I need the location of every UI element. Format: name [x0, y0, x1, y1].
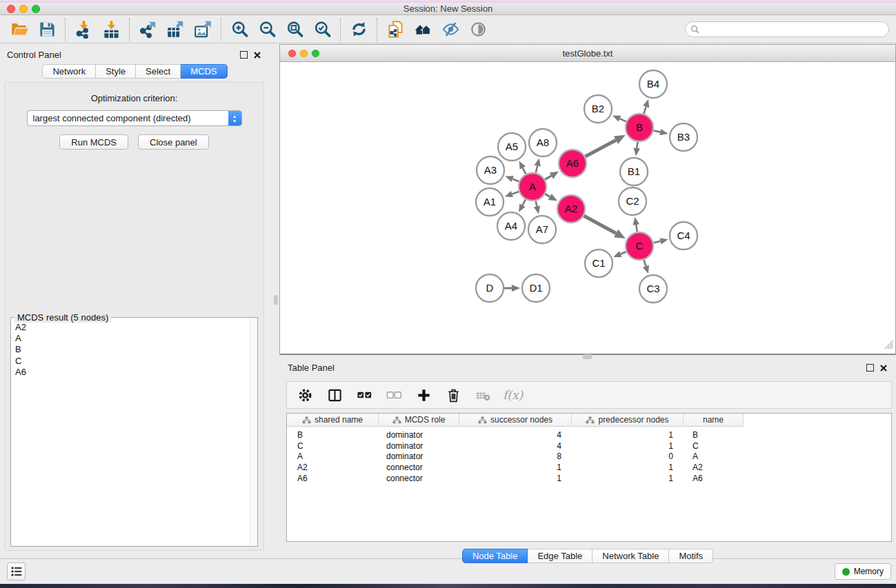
- column-header-name[interactable]: name: [684, 414, 744, 427]
- table-row[interactable]: A6connector11A6: [287, 473, 891, 484]
- column-header-MCDS-role[interactable]: MCDS role: [379, 414, 459, 427]
- import-table-button[interactable]: [100, 19, 122, 41]
- graph-node-C2[interactable]: C2: [619, 187, 646, 215]
- mcds-panel: Optimization criterion: largest connecte…: [4, 82, 264, 551]
- graph-node-B1[interactable]: B1: [620, 158, 648, 185]
- column-header-successor-nodes[interactable]: successor nodes: [459, 414, 572, 427]
- table-row[interactable]: Cdominator41C: [287, 440, 891, 452]
- graph-node-C1[interactable]: C1: [585, 250, 613, 277]
- table-row[interactable]: A2connector11A2: [287, 462, 891, 473]
- graph-node-A[interactable]: A: [519, 173, 546, 201]
- zoom-selected-button[interactable]: [311, 19, 333, 41]
- graph-arrowhead: [505, 191, 513, 197]
- clone-network-button[interactable]: [384, 19, 406, 41]
- show-panels-button[interactable]: [7, 562, 26, 580]
- delete-column-button[interactable]: [444, 385, 463, 405]
- graph-node-A3[interactable]: A3: [477, 156, 504, 184]
- control-panel: Control Panel NetworkStyleSelectMCDS Opt…: [0, 44, 270, 558]
- graph-node-A8[interactable]: A8: [529, 129, 557, 156]
- run-mcds-button[interactable]: Run MCDS: [59, 134, 128, 150]
- gear-icon: [297, 387, 313, 403]
- float-table-panel-icon[interactable]: [866, 364, 874, 372]
- show-hidden-button[interactable]: [467, 19, 489, 41]
- graph-node-A2[interactable]: A2: [557, 195, 585, 223]
- close-table-panel-icon[interactable]: [879, 364, 888, 372]
- panel-splitter-handle[interactable]: [274, 295, 278, 305]
- close-panel-button[interactable]: Close panel: [138, 134, 209, 150]
- table-row[interactable]: Adominator80A: [287, 452, 891, 463]
- graph-node-D1[interactable]: D1: [522, 274, 550, 302]
- graph-node-C3[interactable]: C3: [639, 275, 667, 303]
- result-item[interactable]: B: [15, 344, 257, 355]
- export-table-button[interactable]: [164, 19, 186, 41]
- memory-button[interactable]: Memory: [835, 563, 891, 580]
- result-scrollbar[interactable]: [250, 318, 257, 546]
- export-network-button[interactable]: [137, 19, 159, 41]
- create-column-button[interactable]: [414, 385, 433, 405]
- graph-node-C[interactable]: C: [626, 232, 653, 260]
- search-input[interactable]: [702, 23, 888, 36]
- select-all-columns-button[interactable]: [355, 385, 374, 405]
- graph-node-B3[interactable]: B3: [670, 123, 697, 151]
- tab-edge-table[interactable]: Edge Table: [528, 549, 593, 563]
- zoom-out-button[interactable]: [256, 19, 278, 41]
- tab-select[interactable]: Select: [136, 64, 181, 79]
- graph-node-A1[interactable]: A1: [476, 188, 504, 216]
- refresh-view-button[interactable]: [348, 19, 370, 41]
- zoom-in-button[interactable]: [228, 19, 250, 41]
- float-panel-icon[interactable]: [240, 51, 248, 59]
- graph-node-A6[interactable]: A6: [559, 150, 586, 177]
- close-panel-icon[interactable]: [253, 51, 261, 59]
- resize-grip-icon[interactable]: [885, 341, 894, 352]
- result-item[interactable]: A6: [15, 367, 257, 378]
- table-panel-drag-handle[interactable]: [583, 354, 592, 359]
- graph-edge-A6-B: [586, 140, 617, 156]
- graph-arrowhead: [534, 158, 540, 166]
- mcds-result-title: MCDS result (5 nodes): [14, 312, 111, 323]
- zoom-fit-button[interactable]: [283, 19, 306, 41]
- save-session-button[interactable]: [36, 19, 58, 41]
- import-network-button[interactable]: [72, 19, 94, 41]
- open-session-button[interactable]: [8, 19, 30, 41]
- tab-motifs[interactable]: Motifs: [669, 549, 713, 563]
- network-window-titlebar[interactable]: testGlobe.txt: [280, 45, 895, 62]
- show-column-panel-button[interactable]: [325, 385, 344, 405]
- table-row[interactable]: Bdominator41B: [287, 429, 891, 440]
- tab-mcds[interactable]: MCDS: [181, 64, 227, 79]
- delete-table-button[interactable]: [473, 385, 492, 405]
- graph-node-A4[interactable]: A4: [497, 212, 525, 240]
- open-folder-icon: [10, 20, 29, 39]
- show-welcome-screen-button[interactable]: [412, 19, 434, 41]
- graph-node-D[interactable]: D: [476, 274, 504, 302]
- network-canvas[interactable]: AA1A2A3A4A5A6A7A8BB1B2B3B4CC1C2C3C4DD1: [280, 62, 895, 353]
- graph-node-B2[interactable]: B2: [584, 95, 612, 123]
- export-image-button[interactable]: [192, 19, 214, 41]
- graph-node-A5[interactable]: A5: [498, 133, 526, 161]
- graph-node-B[interactable]: B: [626, 114, 653, 141]
- result-item[interactable]: A2: [15, 322, 257, 333]
- graph-node-C4[interactable]: C4: [670, 222, 697, 250]
- home-icon: [414, 20, 432, 39]
- tab-style[interactable]: Style: [96, 64, 136, 79]
- hide-selected-button[interactable]: [439, 19, 461, 41]
- graph-node-A7[interactable]: A7: [528, 216, 556, 243]
- tab-network[interactable]: Network: [42, 64, 96, 79]
- zoom-out-icon: [258, 20, 277, 39]
- deselect-all-columns-button[interactable]: [384, 385, 404, 405]
- table-panel-tabs: Node TableEdge TableNetwork TableMotifs: [462, 549, 713, 563]
- mcds-result-list[interactable]: A2ABCA6: [11, 318, 257, 378]
- criterion-dropdown[interactable]: largest connected component (directed) ▲…: [27, 110, 242, 126]
- search-box[interactable]: [685, 21, 889, 37]
- refresh-icon: [350, 20, 368, 39]
- column-header-shared-name[interactable]: shared name: [287, 414, 379, 427]
- result-item[interactable]: A: [15, 333, 257, 344]
- function-builder-button[interactable]: f(x): [503, 388, 523, 402]
- zoom-selected-icon: [313, 20, 332, 39]
- result-item[interactable]: C: [15, 356, 257, 367]
- graph-arrowhead: [659, 129, 668, 135]
- tab-node-table[interactable]: Node Table: [462, 549, 528, 563]
- tab-network-table[interactable]: Network Table: [593, 549, 669, 563]
- graph-node-B4[interactable]: B4: [639, 70, 667, 98]
- column-header-predecessor-nodes[interactable]: predecessor nodes: [572, 414, 684, 427]
- table-settings-button[interactable]: [295, 385, 315, 405]
